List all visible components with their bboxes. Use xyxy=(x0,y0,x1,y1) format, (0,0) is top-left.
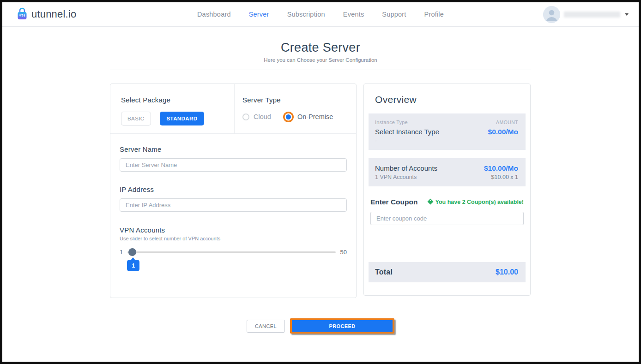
user-name-redacted xyxy=(564,12,620,18)
slider-value-tooltip: 1 xyxy=(127,260,139,271)
server-type-section: Server Type Cloud On-Premise xyxy=(235,84,356,133)
proceed-highlight-annotation: PROCEED xyxy=(290,318,394,334)
slider-min-label: 1 xyxy=(120,249,123,256)
instance-detail: - xyxy=(375,137,518,144)
main-nav: Dashboard Server Subscription Events Sup… xyxy=(2,11,639,18)
ip-address-label: IP Address xyxy=(120,185,347,193)
page-title: Create Server xyxy=(2,41,639,55)
cancel-button[interactable]: CANCEL xyxy=(247,320,285,333)
radio-on-premise-label[interactable]: On-Premise xyxy=(297,113,333,120)
slider-handle[interactable] xyxy=(128,248,136,256)
nav-events[interactable]: Events xyxy=(343,11,364,18)
accounts-box: Number of Accounts $10.00/Mo 1 VPN Accou… xyxy=(369,158,526,186)
coupon-code-input[interactable] xyxy=(370,212,524,225)
server-type-label: Server Type xyxy=(242,96,356,104)
server-name-label: Server Name xyxy=(120,145,347,153)
instance-type-header: Instance Type xyxy=(375,119,408,125)
radio-on-premise[interactable] xyxy=(286,114,291,119)
instance-amount: $0.00/Mo xyxy=(488,128,518,136)
vpn-accounts-helper: Use slider to select number of VPN accou… xyxy=(120,236,347,241)
instance-type-value: Select Instance Type xyxy=(375,128,439,136)
form-actions: CANCEL PROCEED xyxy=(2,318,639,334)
server-config-card: Select Package BASIC STANDARD Server Typ… xyxy=(110,84,357,298)
nav-support[interactable]: Support xyxy=(382,11,406,18)
coupon-label: Enter Coupon xyxy=(370,198,417,206)
accounts-calc: $10.00 x 1 xyxy=(491,174,518,180)
server-type-options: Cloud On-Premise xyxy=(242,113,356,120)
top-navbar: utunnel.io Dashboard Server Subscription… xyxy=(2,2,639,27)
overview-card: Overview Instance Type AMOUNT Select Ins… xyxy=(363,84,531,296)
amount-header: AMOUNT xyxy=(496,119,518,125)
coupon-section: Enter Coupon You have 2 Coupon(s) availa… xyxy=(369,198,526,225)
package-basic-button[interactable]: BASIC xyxy=(121,112,151,125)
page-subtitle: Here you can Choose your Server Configur… xyxy=(2,57,639,63)
total-box: Total $10.00 xyxy=(369,262,526,282)
content-area: Select Package BASIC STANDARD Server Typ… xyxy=(110,84,531,298)
select-package-label: Select Package xyxy=(121,96,234,104)
create-server-page: utunnel.io Dashboard Server Subscription… xyxy=(2,2,639,362)
card-top-row: Select Package BASIC STANDARD Server Typ… xyxy=(110,84,356,134)
nav-profile[interactable]: Profile xyxy=(424,11,444,18)
server-name-input[interactable] xyxy=(120,158,347,172)
vpn-accounts-slider-row: 1 1 50 xyxy=(120,248,347,256)
nav-server[interactable]: Server xyxy=(249,11,269,18)
radio-cloud-label[interactable]: Cloud xyxy=(254,113,271,120)
coupon-tag-icon xyxy=(427,198,434,206)
app-window: utunnel.io Dashboard Server Subscription… xyxy=(0,0,641,364)
nav-dashboard[interactable]: Dashboard xyxy=(197,11,231,18)
total-amount: $10.00 xyxy=(496,268,518,276)
accounts-label: Number of Accounts xyxy=(375,164,437,172)
proceed-button[interactable]: PROCEED xyxy=(292,320,393,332)
overview-title: Overview xyxy=(369,94,526,105)
card-body: Server Name IP Address VPN Accounts Use … xyxy=(110,145,356,256)
accounts-detail: 1 VPN Accounts xyxy=(375,174,417,180)
coupon-availability: You have 2 Coupon(s) available! xyxy=(427,198,524,206)
slider-track[interactable] xyxy=(127,251,335,253)
ip-address-input[interactable] xyxy=(120,198,347,212)
coupon-availability-text: You have 2 Coupon(s) available! xyxy=(435,199,524,205)
vpn-accounts-label: VPN Accounts xyxy=(120,226,347,234)
package-standard-button[interactable]: STANDARD xyxy=(160,112,205,125)
title-divider xyxy=(110,70,531,70)
accounts-amount: $10.00/Mo xyxy=(484,164,518,173)
select-package-section: Select Package BASIC STANDARD xyxy=(110,84,235,133)
package-buttons: BASIC STANDARD xyxy=(121,112,234,125)
radio-cloud[interactable] xyxy=(242,113,249,120)
nav-subscription[interactable]: Subscription xyxy=(287,11,325,18)
vpn-accounts-slider[interactable]: 1 xyxy=(127,248,335,256)
total-label: Total xyxy=(375,268,393,276)
slider-max-label: 50 xyxy=(340,249,347,256)
instance-type-box: Instance Type AMOUNT Select Instance Typ… xyxy=(369,113,526,150)
